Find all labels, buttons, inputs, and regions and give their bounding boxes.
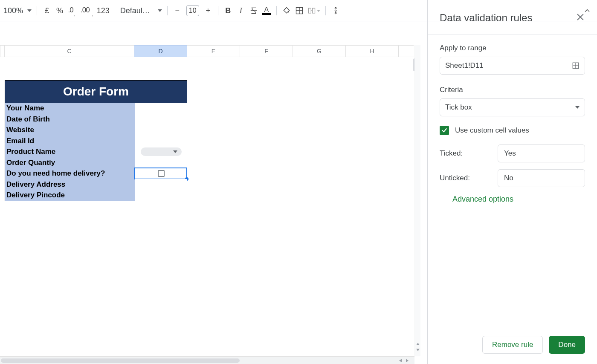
vertical-scrollbar[interactable] bbox=[414, 45, 420, 356]
merge-cells-button[interactable] bbox=[306, 4, 322, 17]
form-label: Delivery Pincode bbox=[5, 190, 135, 201]
strikethrough-icon bbox=[249, 6, 258, 15]
scrollbar-thumb[interactable] bbox=[1, 358, 240, 363]
done-button[interactable]: Done bbox=[549, 336, 585, 354]
form-label: Order Quantiy bbox=[5, 157, 135, 168]
form-cell[interactable] bbox=[135, 114, 187, 125]
separator bbox=[218, 6, 218, 15]
checkbox-icon[interactable] bbox=[158, 170, 165, 177]
form-cell[interactable] bbox=[135, 124, 187, 136]
form-cell[interactable] bbox=[135, 190, 187, 201]
svg-rect-1 bbox=[308, 8, 311, 13]
svg-point-4 bbox=[335, 10, 336, 11]
criteria-label: Criteria bbox=[440, 86, 585, 94]
more-formats-button[interactable]: 123 bbox=[95, 4, 111, 17]
column-header[interactable]: H bbox=[346, 45, 399, 57]
text-color-button[interactable]: A bbox=[260, 4, 273, 17]
ticked-input[interactable]: Yes bbox=[498, 144, 585, 162]
borders-icon bbox=[295, 6, 304, 15]
form-row: Email Id bbox=[5, 136, 187, 147]
collapse-toolbar-button[interactable] bbox=[581, 4, 594, 17]
format-percent-button[interactable]: % bbox=[53, 4, 66, 17]
select-range-icon[interactable] bbox=[572, 62, 580, 69]
increase-font-size-button[interactable]: + bbox=[202, 4, 214, 17]
ticked-label: Ticked: bbox=[440, 149, 463, 158]
criteria-dropdown[interactable]: Tick box bbox=[440, 98, 585, 116]
dropdown-chip[interactable] bbox=[141, 147, 182, 156]
separator bbox=[115, 6, 115, 15]
decrease-decimal-button[interactable]: .0← bbox=[66, 4, 79, 17]
sidebar-footer: Remove rule Done bbox=[428, 328, 597, 364]
svg-point-5 bbox=[335, 12, 336, 14]
unticked-input[interactable]: No bbox=[498, 169, 585, 187]
ticked-value-row: Ticked: Yes bbox=[440, 144, 585, 162]
form-label: Website bbox=[5, 124, 135, 136]
form-title: Order Form bbox=[5, 81, 187, 103]
form-label: Date of Birth bbox=[5, 114, 135, 125]
unticked-value-row: Unticked: No bbox=[440, 169, 585, 187]
separator bbox=[325, 6, 326, 15]
arrow-left-icon: ← bbox=[73, 13, 77, 18]
more-toolbar-button[interactable] bbox=[329, 4, 342, 17]
form-label: Your Name bbox=[5, 103, 135, 114]
zoom-value: 100% bbox=[3, 6, 23, 15]
horizontal-scrollbar[interactable] bbox=[0, 356, 414, 364]
apply-to-range-input[interactable]: Sheet1!D11 bbox=[440, 57, 585, 75]
column-header-selected[interactable]: D bbox=[134, 45, 187, 57]
separator bbox=[167, 6, 168, 15]
form-cell[interactable] bbox=[135, 179, 187, 190]
separator bbox=[276, 6, 277, 15]
form-cell-dropdown[interactable] bbox=[135, 146, 187, 157]
toolbar: 100% £ % .0← .00→ 123 Defaul… − 10 + B I… bbox=[0, 0, 597, 21]
zoom-dropdown[interactable]: 100% bbox=[2, 4, 33, 17]
form-cell[interactable] bbox=[135, 103, 187, 114]
data-validation-sidebar: Data validation rules Apply to range She… bbox=[427, 0, 597, 364]
sidebar-body: Apply to range Sheet1!D11 Criteria Tick … bbox=[428, 35, 597, 328]
custom-values-checkbox[interactable] bbox=[440, 126, 449, 135]
check-icon bbox=[441, 127, 448, 134]
form-cell[interactable] bbox=[135, 136, 187, 147]
column-header[interactable]: F bbox=[240, 45, 293, 57]
strikethrough-button[interactable] bbox=[247, 4, 260, 17]
borders-button[interactable] bbox=[293, 4, 306, 17]
order-form: Order Form Your Name Date of Birth Websi… bbox=[5, 80, 187, 201]
remove-rule-button[interactable]: Remove rule bbox=[482, 336, 543, 354]
form-row: Website bbox=[5, 124, 187, 136]
font-size-input[interactable]: 10 bbox=[186, 5, 199, 16]
svg-rect-2 bbox=[312, 8, 315, 13]
advanced-options-toggle[interactable]: Advanced options bbox=[452, 195, 585, 204]
scroll-right-icon[interactable] bbox=[406, 359, 409, 362]
column-header[interactable]: E bbox=[187, 45, 240, 57]
color-swatch bbox=[262, 13, 271, 15]
increase-decimal-button[interactable]: .00→ bbox=[79, 4, 95, 17]
bold-button[interactable]: B bbox=[222, 4, 235, 17]
apply-to-range-label: Apply to range bbox=[440, 44, 585, 52]
form-label: Delivery Address bbox=[5, 179, 135, 190]
custom-values-label: Use custom cell values bbox=[455, 126, 529, 135]
scroll-down-icon[interactable] bbox=[416, 349, 420, 351]
fill-color-button[interactable] bbox=[280, 4, 293, 17]
caret-down-icon bbox=[158, 9, 162, 12]
form-row: Date of Birth bbox=[5, 114, 187, 125]
form-cell-checkbox[interactable] bbox=[135, 168, 187, 179]
form-row: Delivery Pincode bbox=[5, 190, 187, 201]
format-currency-button[interactable]: £ bbox=[41, 4, 53, 17]
form-label: Email Id bbox=[5, 136, 135, 147]
column-headers: C D E F G H bbox=[0, 45, 414, 57]
scroll-up-icon[interactable] bbox=[416, 343, 420, 345]
italic-button[interactable]: I bbox=[235, 4, 247, 17]
column-header[interactable] bbox=[0, 45, 5, 57]
scroll-left-icon[interactable] bbox=[399, 359, 402, 362]
column-header[interactable]: G bbox=[293, 45, 346, 57]
column-header[interactable] bbox=[399, 45, 414, 57]
decrease-font-size-button[interactable]: − bbox=[171, 4, 184, 17]
separator bbox=[37, 6, 37, 15]
column-header[interactable]: C bbox=[5, 45, 134, 57]
form-row: Order Quantiy bbox=[5, 157, 187, 168]
form-cell[interactable] bbox=[135, 157, 187, 168]
font-family-dropdown[interactable]: Defaul… bbox=[119, 4, 164, 17]
unticked-label: Unticked: bbox=[440, 174, 470, 182]
form-row: Delivery Address bbox=[5, 179, 187, 190]
caret-down-icon bbox=[317, 10, 320, 12]
svg-point-3 bbox=[335, 8, 336, 9]
